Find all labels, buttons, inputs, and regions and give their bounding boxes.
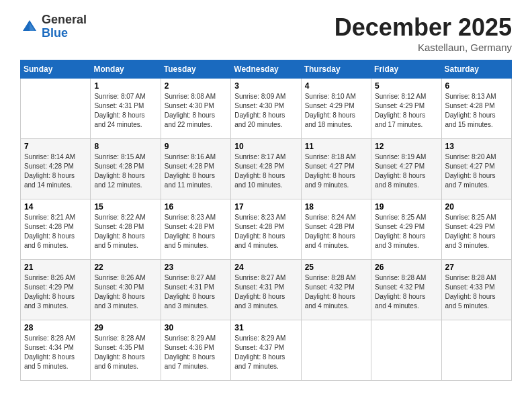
day-number: 31 [234,323,297,332]
table-row: 22Sunrise: 8:26 AMSunset: 4:30 PMDayligh… [91,260,161,320]
day-number: 8 [94,142,157,151]
day-number: 5 [375,81,437,91]
table-row: 27Sunrise: 8:28 AMSunset: 4:33 PMDayligh… [441,260,511,320]
table-row: 12Sunrise: 8:19 AMSunset: 4:27 PMDayligh… [371,139,441,199]
header-wednesday: Wednesday [231,60,301,79]
table-row: 7Sunrise: 8:14 AMSunset: 4:28 PMDaylight… [21,139,91,199]
table-row [301,320,371,381]
header-saturday: Saturday [441,60,511,79]
day-number: 19 [375,202,437,212]
week-row-2: 7Sunrise: 8:14 AMSunset: 4:28 PMDaylight… [21,139,512,199]
day-number: 28 [24,323,87,332]
logo-text: General Blue [42,13,87,40]
logo: General Blue [20,13,87,40]
day-number: 4 [305,81,367,91]
day-number: 3 [234,81,297,91]
day-number: 18 [305,202,367,212]
day-number: 7 [24,142,87,151]
day-info: Sunrise: 8:08 AMSunset: 4:30 PMDaylight:… [165,92,227,130]
day-number: 22 [94,263,157,272]
day-number: 25 [305,263,367,272]
day-number: 29 [94,323,157,332]
header-monday: Monday [91,60,161,79]
day-info: Sunrise: 8:24 AMSunset: 4:28 PMDaylight:… [305,213,367,250]
day-info: Sunrise: 8:23 AMSunset: 4:28 PMDaylight:… [165,213,227,250]
table-row: 4Sunrise: 8:10 AMSunset: 4:29 PMDaylight… [301,79,371,139]
day-number: 15 [94,202,157,212]
day-info: Sunrise: 8:28 AMSunset: 4:32 PMDaylight:… [375,273,437,311]
weekday-header-row: SundayMondayTuesdayWednesdayThursdayFrid… [21,60,512,79]
header-sunday: Sunday [21,60,91,79]
table-row: 26Sunrise: 8:28 AMSunset: 4:32 PMDayligh… [371,260,441,320]
table-row: 1Sunrise: 8:07 AMSunset: 4:31 PMDaylight… [91,79,161,139]
table-row: 6Sunrise: 8:13 AMSunset: 4:28 PMDaylight… [441,79,511,139]
day-number: 11 [305,142,367,151]
week-row-1: 1Sunrise: 8:07 AMSunset: 4:31 PMDaylight… [21,79,512,139]
day-number: 26 [375,263,437,272]
table-row: 3Sunrise: 8:09 AMSunset: 4:30 PMDaylight… [231,79,301,139]
table-row: 2Sunrise: 8:08 AMSunset: 4:30 PMDaylight… [161,79,230,139]
day-info: Sunrise: 8:28 AMSunset: 4:34 PMDaylight:… [24,334,87,371]
day-number: 12 [375,142,437,151]
table-row: 5Sunrise: 8:12 AMSunset: 4:29 PMDaylight… [371,79,441,139]
day-info: Sunrise: 8:26 AMSunset: 4:29 PMDaylight:… [24,273,87,311]
day-info: Sunrise: 8:26 AMSunset: 4:30 PMDaylight:… [94,273,157,311]
table-row [371,320,441,381]
table-row: 17Sunrise: 8:23 AMSunset: 4:28 PMDayligh… [231,199,301,260]
day-info: Sunrise: 8:07 AMSunset: 4:31 PMDaylight:… [94,92,157,130]
day-info: Sunrise: 8:09 AMSunset: 4:30 PMDaylight:… [234,92,297,130]
day-info: Sunrise: 8:27 AMSunset: 4:31 PMDaylight:… [165,273,227,311]
table-row [441,320,511,381]
day-info: Sunrise: 8:17 AMSunset: 4:28 PMDaylight:… [234,152,297,190]
table-row: 19Sunrise: 8:25 AMSunset: 4:29 PMDayligh… [371,199,441,260]
page-header: General Blue December 2025 Kastellaun, G… [20,13,512,53]
day-info: Sunrise: 8:20 AMSunset: 4:27 PMDaylight:… [445,152,508,190]
day-number: 24 [234,263,297,272]
day-number: 27 [445,263,508,272]
day-number: 1 [94,81,157,91]
table-row: 30Sunrise: 8:29 AMSunset: 4:36 PMDayligh… [161,320,230,381]
day-info: Sunrise: 8:29 AMSunset: 4:36 PMDaylight:… [165,334,227,371]
day-info: Sunrise: 8:25 AMSunset: 4:29 PMDaylight:… [375,213,437,250]
logo-general-text: General [42,13,87,27]
day-info: Sunrise: 8:13 AMSunset: 4:28 PMDaylight:… [445,92,508,130]
day-number: 14 [24,202,87,212]
day-info: Sunrise: 8:12 AMSunset: 4:29 PMDaylight:… [375,92,437,130]
day-info: Sunrise: 8:14 AMSunset: 4:28 PMDaylight:… [24,152,87,190]
day-info: Sunrise: 8:21 AMSunset: 4:28 PMDaylight:… [24,213,87,250]
title-block: December 2025 Kastellaun, Germany [335,13,512,53]
day-number: 10 [234,142,297,151]
table-row: 29Sunrise: 8:28 AMSunset: 4:35 PMDayligh… [91,320,161,381]
day-info: Sunrise: 8:27 AMSunset: 4:31 PMDaylight:… [234,273,297,311]
table-row: 14Sunrise: 8:21 AMSunset: 4:28 PMDayligh… [21,199,91,260]
day-number: 2 [165,81,227,91]
logo-icon [20,17,39,36]
day-info: Sunrise: 8:29 AMSunset: 4:37 PMDaylight:… [234,334,297,371]
day-number: 20 [445,202,508,212]
table-row: 16Sunrise: 8:23 AMSunset: 4:28 PMDayligh… [161,199,230,260]
day-number: 6 [445,81,508,91]
header-friday: Friday [371,60,441,79]
day-number: 30 [165,323,227,332]
calendar-table: SundayMondayTuesdayWednesdayThursdayFrid… [20,60,512,381]
day-number: 13 [445,142,508,151]
day-number: 23 [165,263,227,272]
day-number: 21 [24,263,87,272]
month-title: December 2025 [335,13,512,42]
table-row: 13Sunrise: 8:20 AMSunset: 4:27 PMDayligh… [441,139,511,199]
table-row: 24Sunrise: 8:27 AMSunset: 4:31 PMDayligh… [231,260,301,320]
day-info: Sunrise: 8:28 AMSunset: 4:32 PMDaylight:… [305,273,367,311]
table-row: 10Sunrise: 8:17 AMSunset: 4:28 PMDayligh… [231,139,301,199]
table-row: 23Sunrise: 8:27 AMSunset: 4:31 PMDayligh… [161,260,230,320]
header-tuesday: Tuesday [161,60,230,79]
logo-blue-text: Blue [42,27,87,40]
table-row: 31Sunrise: 8:29 AMSunset: 4:37 PMDayligh… [231,320,301,381]
header-thursday: Thursday [301,60,371,79]
day-number: 9 [165,142,227,151]
day-info: Sunrise: 8:23 AMSunset: 4:28 PMDaylight:… [234,213,297,250]
table-row: 28Sunrise: 8:28 AMSunset: 4:34 PMDayligh… [21,320,91,381]
day-info: Sunrise: 8:19 AMSunset: 4:27 PMDaylight:… [375,152,437,190]
day-info: Sunrise: 8:25 AMSunset: 4:29 PMDaylight:… [445,213,508,250]
table-row: 8Sunrise: 8:15 AMSunset: 4:28 PMDaylight… [91,139,161,199]
week-row-5: 28Sunrise: 8:28 AMSunset: 4:34 PMDayligh… [21,320,512,381]
